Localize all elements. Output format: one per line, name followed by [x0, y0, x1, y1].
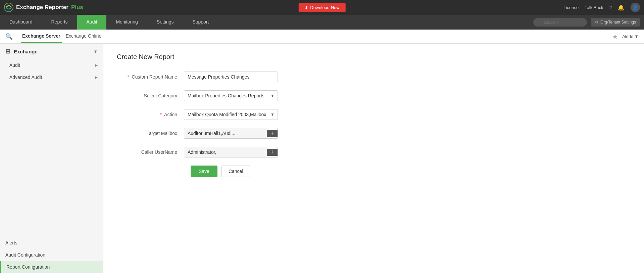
nav-tab-reports[interactable]: Reports [42, 15, 77, 30]
create-report-form: * Custom Report Name Select Category Mai… [117, 72, 352, 177]
custom-report-name-input[interactable] [184, 72, 278, 82]
nav-tabs: DashboardReportsAuditMonitoringSettingsS… [0, 15, 529, 30]
logo: Exchange Reporter Plus [4, 3, 83, 12]
top-right-nav: License Talk Back ? 🔔 👤 [563, 3, 640, 12]
sidebar-item-advanced-audit[interactable]: Advanced Audit▶ [0, 71, 103, 83]
required-star-1: * [127, 74, 129, 80]
nav-bar: DashboardReportsAuditMonitoringSettingsS… [0, 15, 644, 30]
custom-report-name-label: * Custom Report Name [117, 74, 184, 80]
nav-tab-monitoring[interactable]: Monitoring [106, 15, 147, 30]
caller-username-input[interactable] [184, 147, 267, 157]
svg-point-0 [4, 3, 13, 12]
action-dropdown[interactable]: Mailbox Quota Modified 2003,Mailbox [184, 109, 278, 120]
sidebar-bottom-divider [0, 234, 103, 234]
page-title: Create New Report [117, 53, 631, 61]
sidebar-item-label: Advanced Audit [9, 75, 42, 80]
logo-icon [4, 3, 13, 12]
talkback-link[interactable]: Talk Back [585, 5, 603, 10]
sidebar-items: Audit▶Advanced Audit▶ [0, 59, 103, 83]
top-banner: Exchange Reporter Plus ⬇ Download Now Li… [0, 0, 644, 15]
sidebar-bottom-items: AlertsAudit ConfigurationReport Configur… [0, 237, 103, 273]
favorites-icon[interactable]: ★ [612, 33, 618, 41]
form-actions: Save Cancel [191, 166, 352, 177]
nav-tab-dashboard[interactable]: Dashboard [0, 15, 42, 30]
caller-username-label: Caller UserName [117, 149, 184, 155]
target-mailbox-field: + [184, 128, 278, 139]
main-content: Create New Report * Custom Report Name S… [103, 44, 644, 273]
caller-username-row: Caller UserName + [117, 147, 352, 157]
select-category-label: Select Category [117, 93, 184, 98]
nav-tab-support[interactable]: Support [183, 15, 218, 30]
bell-icon[interactable]: 🔔 [618, 4, 625, 11]
search-wrap: 🔍 [533, 18, 587, 27]
gear-icon: ⚙ [595, 20, 599, 25]
sidebar-item-audit[interactable]: Audit▶ [0, 59, 103, 71]
cancel-button[interactable]: Cancel [221, 166, 250, 177]
sidebar-arrow-icon: ▶ [95, 75, 98, 80]
sub-nav: 🔍 Exchange ServerExchange Online ★ Alert… [0, 30, 644, 44]
nav-tab-audit[interactable]: Audit [77, 15, 107, 30]
target-mailbox-label: Target Mailbox [117, 131, 184, 136]
user-avatar-icon: 👤 [633, 5, 638, 10]
exchange-chevron-icon: ▼ [93, 49, 98, 54]
action-label: * Action [117, 112, 184, 117]
sidebar-divider [0, 86, 103, 86]
download-icon: ⬇ [304, 5, 308, 10]
caller-username-field: + [184, 147, 278, 157]
sidebar-spacer [0, 89, 103, 231]
sub-nav-tab-exchange-online[interactable]: Exchange Online [64, 30, 103, 43]
nav-tab-settings[interactable]: Settings [147, 15, 183, 30]
alerts-label: Alerts [622, 34, 633, 39]
help-icon[interactable]: ? [609, 5, 612, 10]
sub-nav-right: ★ Alerts ▼ [612, 33, 639, 41]
sidebar-item-label: Audit [9, 62, 20, 68]
download-label: Download Now [310, 5, 339, 10]
download-button[interactable]: ⬇ Download Now [298, 3, 345, 12]
save-button[interactable]: Save [191, 166, 217, 177]
target-mailbox-add-button[interactable]: + [267, 130, 278, 137]
sidebar-arrow-icon: ▶ [95, 63, 98, 67]
logo-plus: Plus [71, 4, 83, 11]
alerts-chevron-icon: ▼ [634, 34, 639, 39]
target-mailbox-input[interactable] [184, 128, 267, 138]
exchange-icon: ⊞ [5, 48, 10, 55]
alerts-button[interactable]: Alerts ▼ [622, 34, 639, 39]
license-link[interactable]: License [563, 5, 579, 10]
custom-report-name-row: * Custom Report Name [117, 72, 352, 82]
required-star-2: * [160, 112, 162, 117]
sidebar: ⊞ Exchange ▼ Audit▶Advanced Audit▶ Alert… [0, 44, 103, 273]
sidebar-bottom-item-report-config[interactable]: Report Configuration [0, 261, 103, 273]
main-layout: ⊞ Exchange ▼ Audit▶Advanced Audit▶ Alert… [0, 44, 644, 273]
action-row: * Action Mailbox Quota Modified 2003,Mai… [117, 109, 352, 120]
org-settings-button[interactable]: ⚙ Org/Tenant Settings [591, 18, 640, 27]
action-select-wrap: Mailbox Quota Modified 2003,Mailbox ▼ [184, 109, 278, 120]
sidebar-header-left: ⊞ Exchange [5, 48, 38, 55]
settings-label: Org/Tenant Settings [600, 20, 636, 25]
sidebar-exchange-label: Exchange [14, 49, 38, 54]
search-input[interactable] [533, 18, 587, 27]
sub-nav-tabs: Exchange ServerExchange Online [21, 30, 103, 43]
caller-username-add-button[interactable]: + [267, 149, 278, 156]
sub-nav-tab-exchange-server[interactable]: Exchange Server [21, 30, 62, 43]
target-mailbox-row: Target Mailbox + [117, 128, 352, 139]
sidebar-exchange-header[interactable]: ⊞ Exchange ▼ [0, 44, 103, 59]
logo-text: Exchange Reporter [16, 4, 68, 11]
user-menu[interactable]: 👤 [631, 3, 640, 12]
sidebar-bottom-item-audit-config[interactable]: Audit Configuration [0, 249, 103, 261]
select-category-dropdown[interactable]: Mailbox Properties Changes ReportsMessag… [184, 90, 278, 101]
select-category-wrap: Mailbox Properties Changes ReportsMessag… [184, 90, 278, 101]
sub-nav-search-icon[interactable]: 🔍 [5, 33, 13, 40]
nav-right: 🔍 ⚙ Org/Tenant Settings [529, 15, 644, 30]
select-category-row: Select Category Mailbox Properties Chang… [117, 90, 352, 101]
sidebar-bottom-item-alerts[interactable]: Alerts [0, 237, 103, 249]
